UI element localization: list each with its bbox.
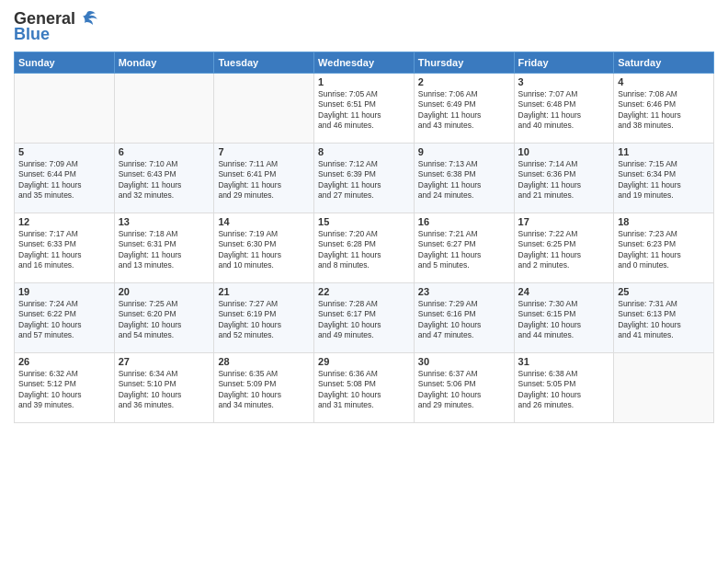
day-info: Sunrise: 6:38 AM Sunset: 5:05 PM Dayligh… [518, 369, 610, 411]
calendar-cell: 14Sunrise: 7:19 AM Sunset: 6:30 PM Dayli… [214, 213, 314, 283]
day-info: Sunrise: 7:25 AM Sunset: 6:20 PM Dayligh… [119, 299, 210, 341]
calendar-cell: 15Sunrise: 7:20 AM Sunset: 6:28 PM Dayli… [314, 213, 415, 283]
day-number: 18 [618, 216, 710, 227]
day-number: 21 [218, 286, 310, 297]
day-number: 26 [18, 356, 110, 367]
day-number: 14 [218, 216, 310, 227]
calendar-week-row: 19Sunrise: 7:24 AM Sunset: 6:22 PM Dayli… [15, 283, 714, 353]
day-number: 4 [618, 76, 710, 87]
day-info: Sunrise: 7:05 AM Sunset: 6:51 PM Dayligh… [318, 89, 410, 132]
calendar-cell: 30Sunrise: 6:37 AM Sunset: 5:06 PM Dayli… [414, 353, 514, 423]
day-info: Sunrise: 7:06 AM Sunset: 6:49 PM Dayligh… [418, 89, 510, 132]
weekday-header-saturday: Saturday [614, 52, 714, 74]
day-number: 13 [119, 216, 210, 227]
calendar-cell: 19Sunrise: 7:24 AM Sunset: 6:22 PM Dayli… [15, 283, 115, 353]
day-number: 1 [318, 76, 410, 87]
calendar-cell: 9Sunrise: 7:13 AM Sunset: 6:38 PM Daylig… [414, 144, 514, 213]
calendar-cell [214, 74, 314, 144]
calendar-cell: 4Sunrise: 7:08 AM Sunset: 6:46 PM Daylig… [614, 74, 714, 144]
calendar-cell: 13Sunrise: 7:18 AM Sunset: 6:31 PM Dayli… [114, 213, 214, 283]
weekday-header-friday: Friday [514, 52, 614, 74]
calendar-cell: 16Sunrise: 7:21 AM Sunset: 6:27 PM Dayli… [414, 213, 514, 283]
calendar-cell: 31Sunrise: 6:38 AM Sunset: 5:05 PM Dayli… [514, 353, 614, 423]
calendar-week-row: 1Sunrise: 7:05 AM Sunset: 6:51 PM Daylig… [15, 74, 714, 144]
day-number: 6 [119, 146, 210, 157]
day-info: Sunrise: 7:08 AM Sunset: 6:46 PM Dayligh… [618, 89, 710, 132]
day-info: Sunrise: 6:36 AM Sunset: 5:08 PM Dayligh… [318, 369, 410, 411]
calendar-cell: 26Sunrise: 6:32 AM Sunset: 5:12 PM Dayli… [15, 353, 115, 423]
calendar-cell: 20Sunrise: 7:25 AM Sunset: 6:20 PM Dayli… [114, 283, 214, 353]
day-info: Sunrise: 7:23 AM Sunset: 6:23 PM Dayligh… [618, 229, 710, 271]
day-number: 25 [618, 286, 710, 297]
day-number: 17 [518, 216, 610, 227]
day-info: Sunrise: 7:30 AM Sunset: 6:15 PM Dayligh… [518, 299, 610, 341]
calendar-table: SundayMondayTuesdayWednesdayThursdayFrid… [14, 52, 714, 423]
day-number: 28 [218, 356, 310, 367]
day-info: Sunrise: 6:35 AM Sunset: 5:09 PM Dayligh… [218, 369, 310, 411]
weekday-header-monday: Monday [114, 52, 214, 74]
day-number: 19 [18, 286, 110, 297]
calendar-cell: 2Sunrise: 7:06 AM Sunset: 6:49 PM Daylig… [414, 74, 514, 144]
calendar-cell: 17Sunrise: 7:22 AM Sunset: 6:25 PM Dayli… [514, 213, 614, 283]
day-info: Sunrise: 7:27 AM Sunset: 6:19 PM Dayligh… [218, 299, 310, 341]
weekday-header-thursday: Thursday [414, 52, 514, 74]
calendar-cell [15, 74, 115, 144]
day-info: Sunrise: 6:37 AM Sunset: 5:06 PM Dayligh… [418, 369, 510, 411]
calendar-week-row: 12Sunrise: 7:17 AM Sunset: 6:33 PM Dayli… [15, 213, 714, 283]
weekday-header-row: SundayMondayTuesdayWednesdayThursdayFrid… [15, 52, 714, 74]
day-number: 7 [218, 146, 310, 157]
day-info: Sunrise: 7:18 AM Sunset: 6:31 PM Dayligh… [119, 229, 210, 271]
calendar-cell: 1Sunrise: 7:05 AM Sunset: 6:51 PM Daylig… [314, 74, 415, 144]
calendar-cell: 8Sunrise: 7:12 AM Sunset: 6:39 PM Daylig… [314, 144, 415, 213]
day-info: Sunrise: 7:19 AM Sunset: 6:30 PM Dayligh… [218, 229, 310, 271]
calendar-cell: 24Sunrise: 7:30 AM Sunset: 6:15 PM Dayli… [514, 283, 614, 353]
day-number: 23 [418, 286, 510, 297]
calendar-cell: 11Sunrise: 7:15 AM Sunset: 6:34 PM Dayli… [614, 144, 714, 213]
day-number: 22 [318, 286, 410, 297]
day-number: 24 [518, 286, 610, 297]
calendar-cell: 3Sunrise: 7:07 AM Sunset: 6:48 PM Daylig… [514, 74, 614, 144]
day-number: 16 [418, 216, 510, 227]
calendar-cell: 22Sunrise: 7:28 AM Sunset: 6:17 PM Dayli… [314, 283, 415, 353]
day-info: Sunrise: 7:24 AM Sunset: 6:22 PM Dayligh… [18, 299, 110, 341]
logo: General Blue [14, 9, 97, 44]
calendar-week-row: 26Sunrise: 6:32 AM Sunset: 5:12 PM Dayli… [15, 353, 714, 423]
calendar-cell: 29Sunrise: 6:36 AM Sunset: 5:08 PM Dayli… [314, 353, 415, 423]
calendar-cell: 12Sunrise: 7:17 AM Sunset: 6:33 PM Dayli… [15, 213, 115, 283]
day-info: Sunrise: 7:22 AM Sunset: 6:25 PM Dayligh… [518, 229, 610, 271]
day-info: Sunrise: 7:11 AM Sunset: 6:41 PM Dayligh… [218, 159, 310, 201]
calendar-cell: 23Sunrise: 7:29 AM Sunset: 6:16 PM Dayli… [414, 283, 514, 353]
day-number: 27 [119, 356, 210, 367]
day-info: Sunrise: 7:13 AM Sunset: 6:38 PM Dayligh… [418, 159, 510, 201]
day-number: 5 [18, 146, 110, 157]
weekday-header-sunday: Sunday [15, 52, 115, 74]
logo-blue: Blue [14, 25, 50, 44]
day-info: Sunrise: 6:34 AM Sunset: 5:10 PM Dayligh… [119, 369, 210, 411]
day-info: Sunrise: 7:29 AM Sunset: 6:16 PM Dayligh… [418, 299, 510, 341]
day-info: Sunrise: 6:32 AM Sunset: 5:12 PM Dayligh… [18, 369, 110, 411]
calendar-cell: 5Sunrise: 7:09 AM Sunset: 6:44 PM Daylig… [15, 144, 115, 213]
day-info: Sunrise: 7:15 AM Sunset: 6:34 PM Dayligh… [618, 159, 710, 201]
day-number: 12 [18, 216, 110, 227]
day-number: 10 [518, 146, 610, 157]
calendar-week-row: 5Sunrise: 7:09 AM Sunset: 6:44 PM Daylig… [15, 144, 714, 213]
calendar-cell: 18Sunrise: 7:23 AM Sunset: 6:23 PM Dayli… [614, 213, 714, 283]
day-info: Sunrise: 7:17 AM Sunset: 6:33 PM Dayligh… [18, 229, 110, 271]
page-container: General Blue SundayMondayTuesdayWednesda… [0, 0, 728, 432]
weekday-header-wednesday: Wednesday [314, 52, 415, 74]
calendar-cell: 25Sunrise: 7:31 AM Sunset: 6:13 PM Dayli… [614, 283, 714, 353]
day-info: Sunrise: 7:12 AM Sunset: 6:39 PM Dayligh… [318, 159, 410, 201]
day-number: 20 [119, 286, 210, 297]
day-number: 30 [418, 356, 510, 367]
calendar-cell: 6Sunrise: 7:10 AM Sunset: 6:43 PM Daylig… [114, 144, 214, 213]
day-number: 9 [418, 146, 510, 157]
day-info: Sunrise: 7:07 AM Sunset: 6:48 PM Dayligh… [518, 89, 610, 132]
day-info: Sunrise: 7:10 AM Sunset: 6:43 PM Dayligh… [119, 159, 210, 201]
day-number: 2 [418, 76, 510, 87]
day-number: 3 [518, 76, 610, 87]
day-number: 29 [318, 356, 410, 367]
calendar-cell: 27Sunrise: 6:34 AM Sunset: 5:10 PM Dayli… [114, 353, 214, 423]
calendar-cell: 28Sunrise: 6:35 AM Sunset: 5:09 PM Dayli… [214, 353, 314, 423]
day-number: 11 [618, 146, 710, 157]
calendar-cell: 21Sunrise: 7:27 AM Sunset: 6:19 PM Dayli… [214, 283, 314, 353]
